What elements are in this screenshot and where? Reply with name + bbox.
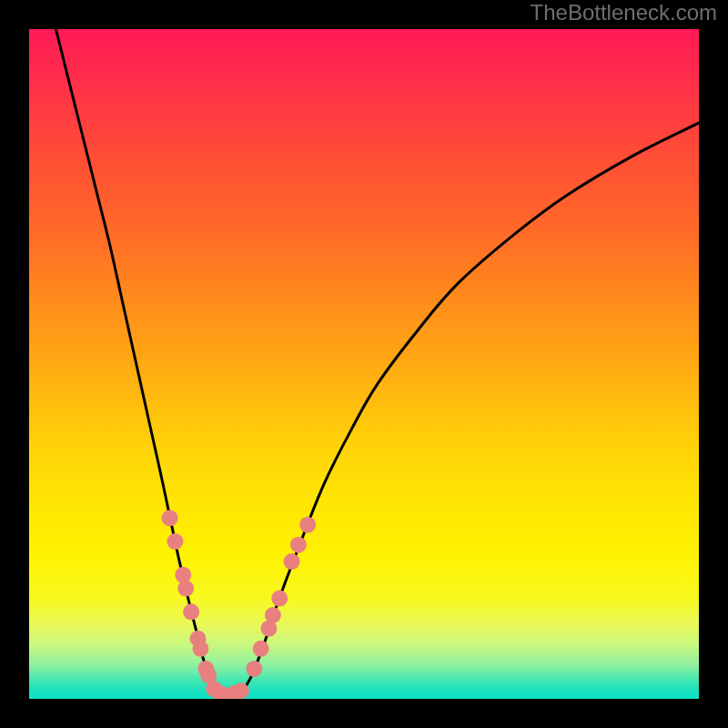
marker-dot xyxy=(265,607,281,623)
marker-dot xyxy=(290,537,307,553)
chart-frame: TheBottleneck.com xyxy=(0,0,728,728)
series-layer xyxy=(56,29,699,696)
marker-dot xyxy=(167,533,183,550)
watermark-label: TheBottleneck.com xyxy=(531,0,717,25)
marker-dot xyxy=(162,510,178,526)
marker-dot xyxy=(177,581,194,597)
marker-dot xyxy=(233,682,249,699)
marker-dot xyxy=(253,641,269,657)
chart-plot-area xyxy=(29,29,699,699)
marker-dot xyxy=(192,641,208,657)
marker-dot xyxy=(284,553,300,570)
marker-dot xyxy=(271,591,288,607)
marker-dot xyxy=(246,661,262,677)
marker-dot xyxy=(183,603,199,620)
chart-svg xyxy=(29,29,699,699)
marker-dot xyxy=(299,517,316,533)
marker-layer xyxy=(162,510,317,699)
series-right-curve xyxy=(240,123,699,693)
